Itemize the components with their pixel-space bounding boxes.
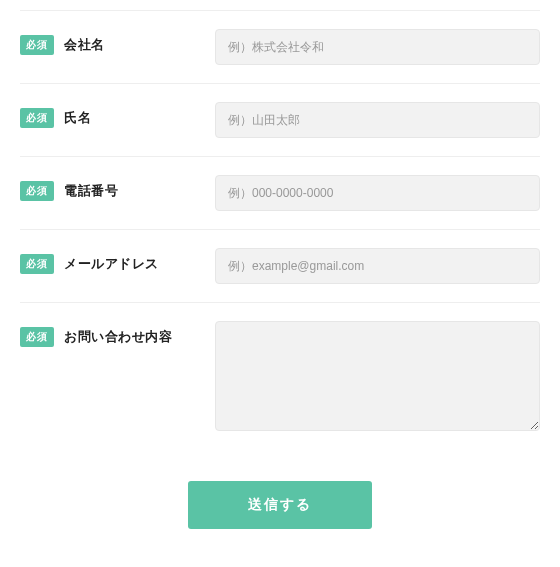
company-input[interactable] — [215, 29, 540, 65]
name-input[interactable] — [215, 102, 540, 138]
label-col-phone: 必須 電話番号 — [20, 175, 215, 201]
required-badge: 必須 — [20, 108, 54, 128]
row-company: 必須 会社名 — [20, 10, 540, 83]
row-email: 必須 メールアドレス — [20, 229, 540, 302]
label-message: お問い合わせ内容 — [64, 328, 172, 346]
submit-button[interactable]: 送信する — [188, 481, 372, 529]
contact-form: 必須 会社名 必須 氏名 必須 電話番号 必須 メールアドレス — [20, 10, 540, 529]
label-col-message: 必須 お問い合わせ内容 — [20, 321, 215, 347]
input-col-message — [215, 321, 540, 435]
label-col-name: 必須 氏名 — [20, 102, 215, 128]
row-phone: 必須 電話番号 — [20, 156, 540, 229]
row-name: 必須 氏名 — [20, 83, 540, 156]
label-email: メールアドレス — [64, 255, 159, 273]
submit-row: 送信する — [20, 481, 540, 529]
message-textarea[interactable] — [215, 321, 540, 431]
label-phone: 電話番号 — [64, 182, 118, 200]
email-input[interactable] — [215, 248, 540, 284]
input-col-company — [215, 29, 540, 65]
input-col-name — [215, 102, 540, 138]
row-message: 必須 お問い合わせ内容 — [20, 302, 540, 453]
required-badge: 必須 — [20, 181, 54, 201]
input-col-email — [215, 248, 540, 284]
required-badge: 必須 — [20, 327, 54, 347]
label-col-email: 必須 メールアドレス — [20, 248, 215, 274]
label-col-company: 必須 会社名 — [20, 29, 215, 55]
input-col-phone — [215, 175, 540, 211]
required-badge: 必須 — [20, 254, 54, 274]
label-name: 氏名 — [64, 109, 91, 127]
phone-input[interactable] — [215, 175, 540, 211]
label-company: 会社名 — [64, 36, 105, 54]
required-badge: 必須 — [20, 35, 54, 55]
